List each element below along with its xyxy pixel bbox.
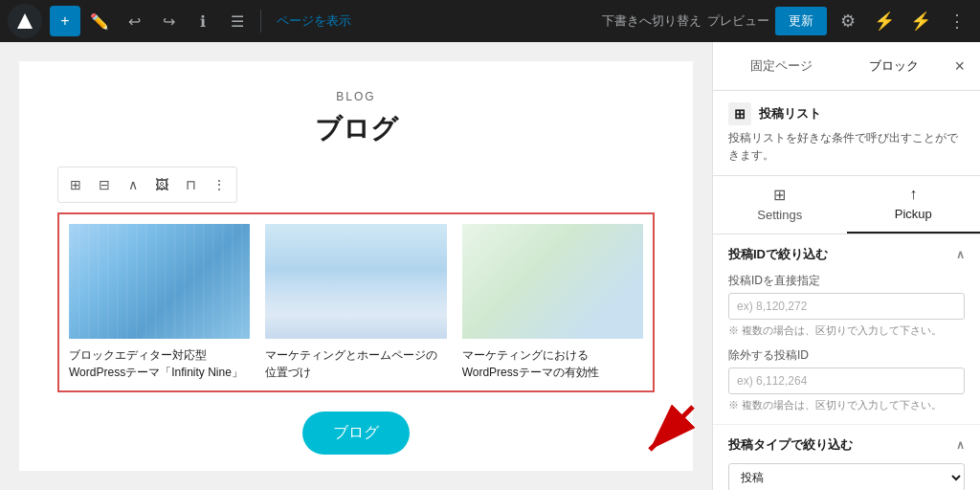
- toolbar-right: 下書きへ切り替え プレビュー 更新 ⚙ ⚡ ⚡ ⋮: [602, 6, 972, 36]
- block-up-button[interactable]: ∧: [120, 171, 146, 198]
- post-list-title: ⊞ 投稿リスト: [728, 102, 965, 125]
- undo-button[interactable]: ↩: [119, 6, 149, 36]
- section-post-type: 投稿タイプで絞り込む ∧ 投稿: [713, 425, 980, 490]
- bridge-image: [265, 224, 446, 339]
- pencil-button[interactable]: ✏️: [84, 6, 115, 36]
- redo-button[interactable]: ↪: [153, 6, 184, 36]
- red-arrow: [635, 397, 712, 474]
- add-block-button[interactable]: +: [50, 6, 80, 36]
- post-image-1: [69, 224, 250, 339]
- posts-grid: ブロックエディター対応型WordPressテーマ「Infinity Nine」 …: [69, 224, 643, 381]
- settings-tabs: ⊞ Settings ↑ Pickup: [713, 176, 980, 234]
- post-list-icon: ⊞: [728, 102, 751, 125]
- post-card[interactable]: ブロックエディター対応型WordPressテーマ「Infinity Nine」: [69, 224, 250, 381]
- blog-title: ブログ: [57, 111, 655, 147]
- post-title-2: マーケティングとホームページの位置づけ: [265, 346, 446, 381]
- view-page-button[interactable]: ページを表示: [269, 9, 359, 33]
- section-filter-by-id: 投稿IDで絞り込む ∧ 投稿IDを直接指定 ※ 複数の場合は、区切りで入力して下…: [713, 234, 980, 425]
- include-id-input[interactable]: [728, 293, 965, 320]
- chevron-up-icon: ∧: [956, 248, 965, 261]
- list-icon: ☰: [231, 12, 244, 31]
- post-list-info: ⊞ 投稿リスト 投稿リストを好きな条件で呼び出すことができます。: [713, 91, 980, 176]
- update-button[interactable]: 更新: [775, 7, 827, 35]
- block-type-icon: ⊞: [70, 177, 81, 192]
- meeting-image: [462, 224, 643, 339]
- info-icon: ℹ: [200, 12, 206, 31]
- align-icon: ⊟: [99, 177, 110, 192]
- svg-line-2: [650, 407, 693, 450]
- block-type-button[interactable]: ⊞: [62, 171, 89, 198]
- blog-button-container: ブログ: [57, 412, 655, 455]
- post-list-desc: 投稿リストを好きな条件で呼び出すことができます。: [728, 129, 965, 164]
- post-type-header[interactable]: 投稿タイプで絞り込む ∧: [728, 436, 965, 454]
- crop-icon: ⊓: [186, 177, 196, 192]
- svg-marker-0: [17, 13, 33, 29]
- main-layout: BLOG ブログ ⊞ ⊟ ∧ 🖼 ⊓: [0, 42, 980, 490]
- tab-settings[interactable]: ⊞ Settings: [713, 176, 847, 234]
- more-icon: ⋮: [212, 177, 226, 192]
- post-type-select[interactable]: 投稿: [728, 463, 965, 490]
- editor-area: BLOG ブログ ⊞ ⊟ ∧ 🖼 ⊓: [0, 42, 712, 490]
- settings-icon-button[interactable]: ⚙: [833, 6, 863, 36]
- blog-label: BLOG: [57, 90, 655, 103]
- undo-icon: ↩: [128, 12, 141, 31]
- block-more-button[interactable]: ⋮: [206, 171, 233, 198]
- post-type-chevron-icon: ∧: [956, 438, 965, 452]
- tab-fixed-page[interactable]: 固定ページ: [728, 54, 834, 78]
- direct-id-label: 投稿IDを直接指定: [728, 273, 965, 289]
- plus-icon: +: [60, 12, 69, 30]
- up-icon: ∧: [128, 177, 138, 192]
- exclude-id-label: 除外する投稿ID: [728, 347, 965, 364]
- pickup-tab-icon: ↑: [909, 186, 917, 203]
- save-draft-button[interactable]: 下書きへ切り替え: [602, 12, 702, 30]
- post-card[interactable]: マーケティングとホームページの位置づけ: [265, 224, 446, 381]
- sidebar: 固定ページ ブロック × ⊞ 投稿リスト 投稿リストを好きな条件で呼び出すことが…: [712, 42, 980, 490]
- pencil-icon: ✏️: [90, 12, 109, 31]
- close-button[interactable]: ×: [955, 57, 966, 75]
- blog-button[interactable]: ブログ: [302, 412, 410, 455]
- exclude-id-input[interactable]: [728, 368, 965, 394]
- post-image-3: [462, 224, 643, 339]
- image-icon: 🖼: [155, 177, 168, 192]
- power-icon-button[interactable]: ⚡: [905, 6, 936, 36]
- top-toolbar: + ✏️ ↩ ↪ ℹ ☰ ページを表示 下書きへ切り替え プレビュー 更新 ⚙ …: [0, 0, 980, 42]
- more-options-button[interactable]: ⋮: [942, 6, 972, 36]
- redo-icon: ↪: [163, 12, 175, 31]
- settings-tab-icon: ⊞: [773, 186, 786, 204]
- post-type-select-row: 投稿: [728, 463, 965, 490]
- crowd-image: [69, 224, 250, 339]
- tab-block[interactable]: ブロック: [841, 54, 947, 78]
- include-hint: ※ 複数の場合は、区切りで入力して下さい。: [728, 323, 965, 338]
- post-image-2: [265, 224, 446, 339]
- lightning-icon-button[interactable]: ⚡: [869, 6, 900, 36]
- preview-button[interactable]: プレビュー: [707, 12, 769, 30]
- block-image-button[interactable]: 🖼: [148, 171, 175, 198]
- filter-id-header[interactable]: 投稿IDで絞り込む ∧: [728, 246, 965, 263]
- toolbar-divider: [260, 10, 261, 33]
- list-view-button[interactable]: ☰: [222, 6, 253, 36]
- sidebar-header: 固定ページ ブロック ×: [713, 42, 980, 91]
- post-title-3: マーケティングにおけるWordPressテーマの有効性: [462, 346, 643, 381]
- page-content: BLOG ブログ ⊞ ⊟ ∧ 🖼 ⊓: [19, 61, 693, 471]
- block-toolbar: ⊞ ⊟ ∧ 🖼 ⊓ ⋮: [57, 167, 237, 203]
- post-title-1: ブロックエディター対応型WordPressテーマ「Infinity Nine」: [69, 346, 250, 381]
- logo-button[interactable]: [8, 4, 42, 38]
- block-crop-button[interactable]: ⊓: [177, 171, 204, 198]
- posts-container: ブロックエディター対応型WordPressテーマ「Infinity Nine」 …: [57, 212, 655, 392]
- exclude-hint: ※ 複数の場合は、区切りで入力して下さい。: [728, 398, 965, 412]
- info-button[interactable]: ℹ: [188, 6, 218, 36]
- block-align-button[interactable]: ⊟: [91, 171, 118, 198]
- post-card[interactable]: マーケティングにおけるWordPressテーマの有効性: [462, 224, 643, 381]
- tab-pickup[interactable]: ↑ Pickup: [847, 176, 981, 234]
